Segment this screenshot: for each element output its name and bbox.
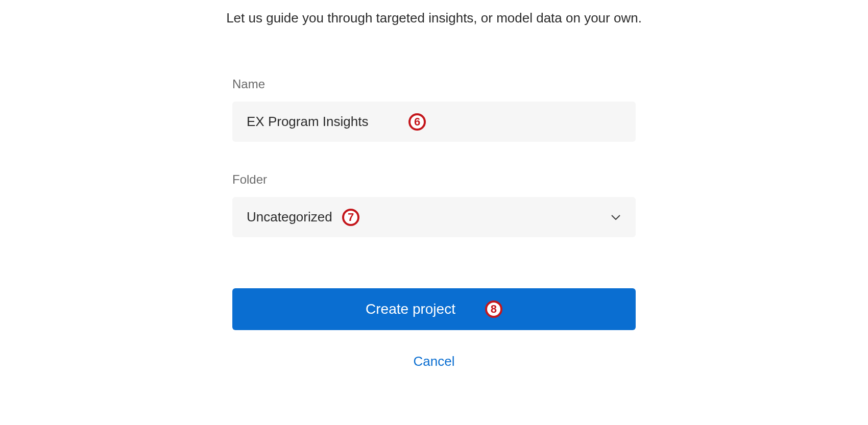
name-label: Name (232, 77, 636, 91)
name-input[interactable] (232, 102, 636, 142)
cancel-button[interactable]: Cancel (232, 354, 636, 369)
name-field-group: Name 6 (232, 77, 636, 142)
create-project-button-label: Create project (366, 301, 455, 317)
page-subtitle: Let us guide you through targeted insigh… (0, 10, 868, 26)
folder-select-wrap: Uncategorized 7 (232, 197, 636, 237)
folder-select-value: Uncategorized (247, 209, 610, 225)
folder-select[interactable]: Uncategorized (232, 197, 636, 237)
create-project-form: Let us guide you through targeted insigh… (0, 0, 868, 369)
form-body: Name 6 Folder Uncategorized 7 Create pro… (232, 77, 636, 369)
name-input-wrap: 6 (232, 102, 636, 142)
form-actions: Create project 8 Cancel (232, 288, 636, 369)
folder-label: Folder (232, 172, 636, 187)
folder-field-group: Folder Uncategorized 7 (232, 172, 636, 237)
create-project-button[interactable]: Create project 8 (232, 288, 636, 330)
annotation-marker-8: 8 (485, 301, 502, 318)
chevron-down-icon (610, 212, 621, 223)
